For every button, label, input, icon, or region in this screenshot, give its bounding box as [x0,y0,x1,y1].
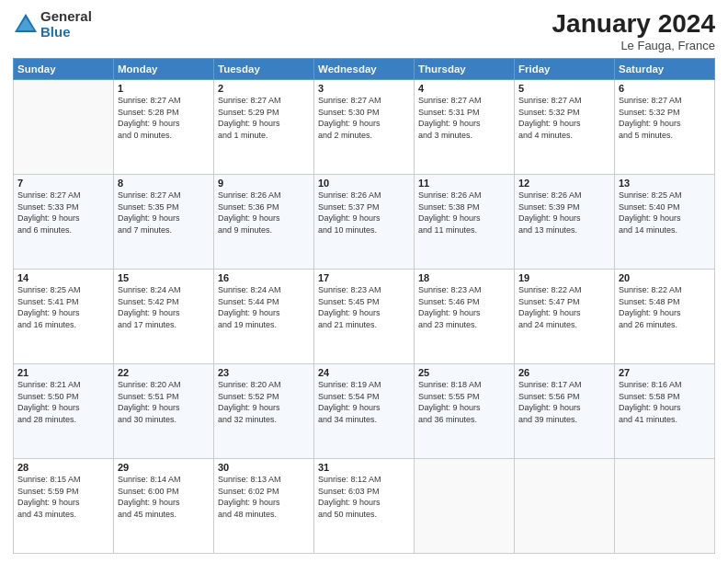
cell-content-line: and 13 minutes. [518,224,610,236]
cell-content-line: Sunset: 5:47 PM [518,296,610,308]
day-number: 24 [318,367,410,378]
cell-content-line: Sunset: 5:55 PM [418,391,510,403]
calendar-cell: 7Sunrise: 8:27 AMSunset: 5:33 PMDaylight… [14,175,114,270]
cell-content-line: Daylight: 9 hours [518,402,610,414]
day-number: 9 [218,178,310,189]
day-number: 31 [318,462,410,473]
calendar-cell: 8Sunrise: 8:27 AMSunset: 5:35 PMDaylight… [114,175,214,270]
week-row-1: 1Sunrise: 8:27 AMSunset: 5:28 PMDaylight… [14,80,715,175]
col-header-wednesday: Wednesday [314,59,415,80]
cell-content-line: and 21 minutes. [318,319,410,331]
calendar-cell: 15Sunrise: 8:24 AMSunset: 5:42 PMDayligh… [114,270,214,364]
cell-content-line: Daylight: 9 hours [318,118,410,130]
cell-content-line: and 50 minutes. [318,509,410,521]
day-number: 21 [17,367,109,378]
calendar-cell: 9Sunrise: 8:26 AMSunset: 5:36 PMDaylight… [214,175,314,270]
calendar-cell: 25Sunrise: 8:18 AMSunset: 5:55 PMDayligh… [415,364,515,459]
cell-content-line: Sunset: 6:00 PM [118,486,210,498]
cell-content-line: Daylight: 9 hours [418,213,510,224]
calendar-cell: 11Sunrise: 8:26 AMSunset: 5:38 PMDayligh… [415,175,515,270]
cell-content-line: and 16 minutes. [17,319,109,331]
cell-content-line: Sunset: 5:41 PM [17,296,109,308]
cell-content-line: and 24 minutes. [518,319,610,331]
cell-content-line: Sunrise: 8:27 AM [619,95,711,107]
logo: General Blue [13,9,92,40]
cell-content-line: Sunset: 6:02 PM [218,486,310,498]
cell-content-line: Daylight: 9 hours [619,213,711,224]
cell-content-line: Sunset: 5:28 PM [118,107,210,119]
col-header-thursday: Thursday [415,59,515,80]
cell-content-line: Sunset: 5:35 PM [118,201,210,213]
cell-content-line: Sunrise: 8:27 AM [17,190,109,201]
calendar-cell: 18Sunrise: 8:23 AMSunset: 5:46 PMDayligh… [415,270,515,364]
cell-content-line: Sunset: 5:38 PM [418,201,510,213]
col-header-monday: Monday [114,59,214,80]
cell-content-line: and 2 minutes. [318,130,410,142]
cell-content-line: and 10 minutes. [318,224,410,236]
cell-content-line: Sunset: 5:51 PM [118,391,210,403]
day-number: 10 [318,178,410,189]
cell-content-line: Daylight: 9 hours [118,402,210,414]
day-number: 20 [619,272,711,283]
week-row-2: 7Sunrise: 8:27 AMSunset: 5:33 PMDaylight… [14,175,715,270]
header-row: SundayMondayTuesdayWednesdayThursdayFrid… [14,59,715,80]
day-number: 27 [619,367,711,378]
cell-content-line: Sunrise: 8:24 AM [118,284,210,296]
calendar-cell [415,459,515,554]
cell-content-line: Sunset: 5:45 PM [318,296,410,308]
cell-content-line: Sunset: 6:03 PM [318,486,410,498]
cell-content-line: Sunrise: 8:27 AM [318,95,410,107]
cell-content-line: Daylight: 9 hours [619,118,711,130]
cell-content-line: and 3 minutes. [418,130,510,142]
cell-content-line: and 4 minutes. [518,130,610,142]
cell-content-line: and 6 minutes. [17,224,109,236]
calendar-cell: 2Sunrise: 8:27 AMSunset: 5:29 PMDaylight… [214,80,314,175]
calendar-cell: 23Sunrise: 8:20 AMSunset: 5:52 PMDayligh… [214,364,314,459]
cell-content-line: Daylight: 9 hours [17,307,109,319]
cell-content-line: Daylight: 9 hours [418,307,510,319]
logo-general-text: General [40,9,92,25]
cell-content-line: Daylight: 9 hours [218,402,310,414]
cell-content-line: Daylight: 9 hours [118,307,210,319]
location: Le Fauga, France [552,39,715,52]
cell-content-line: Sunrise: 8:22 AM [518,284,610,296]
calendar-cell: 30Sunrise: 8:13 AMSunset: 6:02 PMDayligh… [214,459,314,554]
day-number: 25 [418,367,510,378]
cell-content-line: Sunrise: 8:19 AM [318,379,410,391]
cell-content-line: Sunrise: 8:27 AM [518,95,610,107]
day-number: 14 [17,272,109,283]
cell-content-line: Daylight: 9 hours [518,307,610,319]
cell-content-line: Sunrise: 8:25 AM [17,284,109,296]
logo-text: General Blue [40,9,92,40]
cell-content-line: Sunset: 5:32 PM [518,107,610,119]
calendar-cell: 1Sunrise: 8:27 AMSunset: 5:28 PMDaylight… [114,80,214,175]
cell-content-line: Sunset: 5:40 PM [619,201,711,213]
calendar-cell: 19Sunrise: 8:22 AMSunset: 5:47 PMDayligh… [515,270,615,364]
cell-content-line: and 19 minutes. [218,319,310,331]
calendar-cell: 13Sunrise: 8:25 AMSunset: 5:40 PMDayligh… [615,175,715,270]
cell-content-line: and 17 minutes. [118,319,210,331]
cell-content-line: and 11 minutes. [418,224,510,236]
cell-content-line: Daylight: 9 hours [619,307,711,319]
calendar-cell: 20Sunrise: 8:22 AMSunset: 5:48 PMDayligh… [615,270,715,364]
calendar-cell: 22Sunrise: 8:20 AMSunset: 5:51 PMDayligh… [114,364,214,459]
cell-content-line: Daylight: 9 hours [318,402,410,414]
cell-content-line: Sunset: 5:42 PM [118,296,210,308]
logo-blue-text: Blue [40,25,92,40]
cell-content-line: Sunrise: 8:21 AM [17,379,109,391]
calendar-cell: 10Sunrise: 8:26 AMSunset: 5:37 PMDayligh… [314,175,415,270]
calendar-cell: 24Sunrise: 8:19 AMSunset: 5:54 PMDayligh… [314,364,415,459]
day-number: 6 [619,83,711,94]
cell-content-line: and 9 minutes. [218,224,310,236]
cell-content-line: Sunset: 5:59 PM [17,486,109,498]
cell-content-line: Sunrise: 8:27 AM [118,190,210,201]
col-header-tuesday: Tuesday [214,59,314,80]
cell-content-line: Sunset: 5:46 PM [418,296,510,308]
col-header-saturday: Saturday [615,59,715,80]
cell-content-line: Daylight: 9 hours [318,497,410,509]
cell-content-line: and 39 minutes. [518,414,610,426]
calendar-cell: 26Sunrise: 8:17 AMSunset: 5:56 PMDayligh… [515,364,615,459]
cell-content-line: Daylight: 9 hours [218,497,310,509]
calendar-cell [14,80,114,175]
cell-content-line: Daylight: 9 hours [17,213,109,224]
